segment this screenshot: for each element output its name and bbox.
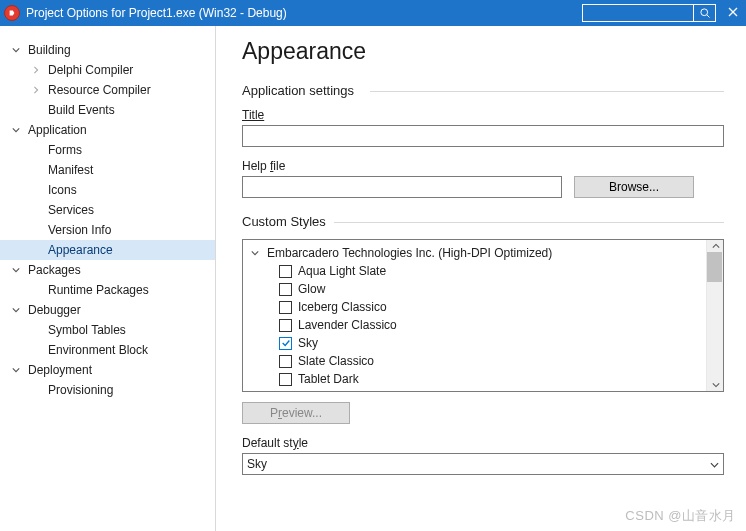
tree-node-packages[interactable]: Packages (0, 260, 215, 280)
tree-node-manifest[interactable]: Manifest (0, 160, 215, 180)
tree-node-runtime-packages[interactable]: Runtime Packages (0, 280, 215, 300)
style-item-tablet-dark[interactable]: Tablet Dark (245, 370, 721, 388)
title-search-input[interactable] (583, 5, 693, 21)
tree-label: Services (48, 200, 94, 220)
tree-label: Debugger (28, 300, 81, 320)
tree-label: Packages (28, 260, 81, 280)
chevron-down-icon (10, 304, 22, 316)
style-label: Glow (298, 282, 325, 296)
tree-node-deployment[interactable]: Deployment (0, 360, 215, 380)
default-style-select[interactable]: Sky (242, 453, 724, 475)
close-icon[interactable] (724, 6, 742, 20)
style-label: Sky (298, 336, 318, 350)
tree-node-provisioning[interactable]: Provisioning (0, 380, 215, 400)
checkbox-icon[interactable] (279, 301, 292, 314)
chevron-down-icon (10, 124, 22, 136)
tree-label: Icons (48, 180, 77, 200)
svg-point-0 (700, 9, 707, 16)
svg-line-1 (706, 15, 709, 18)
tree-node-appearance[interactable]: Appearance (0, 240, 215, 260)
helpfile-field-label: Help file (242, 159, 724, 173)
tree-label: Version Info (48, 220, 111, 240)
style-item-sky[interactable]: Sky (245, 334, 721, 352)
helpfile-input[interactable] (242, 176, 562, 198)
tree-node-environment-block[interactable]: Environment Block (0, 340, 215, 360)
tree-label: Build Events (48, 100, 115, 120)
style-item-aqua-light-slate[interactable]: Aqua Light Slate (245, 262, 721, 280)
tree-label: Forms (48, 140, 82, 160)
default-style-value: Sky (247, 457, 267, 471)
tree-label: Environment Block (48, 340, 148, 360)
style-label: Slate Classico (298, 354, 374, 368)
tree-label: Appearance (48, 240, 113, 260)
scroll-thumb[interactable] (707, 252, 722, 282)
checkbox-icon[interactable] (279, 373, 292, 386)
style-item-lavender-classico[interactable]: Lavender Classico (245, 316, 721, 334)
tree-label: Building (28, 40, 71, 60)
title-field-label: Title (242, 108, 724, 122)
window-title: Project Options for Project1.exe (Win32 … (26, 6, 287, 20)
custom-styles-list[interactable]: Embarcadero Technologies Inc. (High-DPI … (242, 239, 724, 392)
default-style-label: Default style (242, 436, 724, 450)
tree-node-version-info[interactable]: Version Info (0, 220, 215, 240)
scroll-down-icon[interactable] (707, 379, 724, 391)
tree-label: Provisioning (48, 380, 113, 400)
style-item-iceberg-classico[interactable]: Iceberg Classico (245, 298, 721, 316)
tree-node-services[interactable]: Services (0, 200, 215, 220)
tree-label: Delphi Compiler (48, 60, 133, 80)
tree-node-debugger[interactable]: Debugger (0, 300, 215, 320)
title-search-box[interactable] (582, 4, 716, 22)
section-custom-styles: Custom Styles (242, 214, 724, 229)
tree-label: Deployment (28, 360, 92, 380)
title-input[interactable] (242, 125, 724, 147)
app-icon (4, 5, 20, 21)
tree-node-icons[interactable]: Icons (0, 180, 215, 200)
styles-group-row[interactable]: Embarcadero Technologies Inc. (High-DPI … (245, 244, 721, 262)
chevron-down-icon (251, 246, 261, 260)
tree-node-build-events[interactable]: Build Events (0, 100, 215, 120)
chevron-right-icon (30, 84, 42, 96)
scrollbar[interactable] (706, 240, 723, 391)
checkbox-icon[interactable] (279, 355, 292, 368)
chevron-down-icon (710, 457, 719, 471)
checkbox-icon[interactable] (279, 265, 292, 278)
content-pane: Appearance Application settings Title He… (216, 26, 746, 531)
tree-label: Application (28, 120, 87, 140)
checkbox-icon[interactable] (279, 283, 292, 296)
tree-node-forms[interactable]: Forms (0, 140, 215, 160)
nav-tree: Building Delphi Compiler Resource Compil… (0, 26, 216, 531)
tree-node-application[interactable]: Application (0, 120, 215, 140)
checkbox-checked-icon[interactable] (279, 337, 292, 350)
tree-node-delphi-compiler[interactable]: Delphi Compiler (0, 60, 215, 80)
browse-button[interactable]: Browse... (574, 176, 694, 198)
title-bar: Project Options for Project1.exe (Win32 … (0, 0, 746, 26)
chevron-right-icon (30, 64, 42, 76)
styles-group-label: Embarcadero Technologies Inc. (High-DPI … (267, 246, 552, 260)
page-heading: Appearance (242, 38, 724, 65)
tree-label: Resource Compiler (48, 80, 151, 100)
style-label: Lavender Classico (298, 318, 397, 332)
scroll-up-icon[interactable] (707, 240, 724, 252)
style-item-glow[interactable]: Glow (245, 280, 721, 298)
chevron-down-icon (10, 264, 22, 276)
tree-label: Manifest (48, 160, 93, 180)
style-label: Tablet Dark (298, 372, 359, 386)
preview-button[interactable]: Preview... (242, 402, 350, 424)
style-label: Iceberg Classico (298, 300, 387, 314)
tree-node-symbol-tables[interactable]: Symbol Tables (0, 320, 215, 340)
chevron-down-icon (10, 364, 22, 376)
tree-node-resource-compiler[interactable]: Resource Compiler (0, 80, 215, 100)
style-item-slate-classico[interactable]: Slate Classico (245, 352, 721, 370)
tree-node-building[interactable]: Building (0, 40, 215, 60)
chevron-down-icon (10, 44, 22, 56)
search-icon[interactable] (693, 5, 715, 21)
style-label: Aqua Light Slate (298, 264, 386, 278)
checkbox-icon[interactable] (279, 319, 292, 332)
tree-label: Runtime Packages (48, 280, 149, 300)
tree-label: Symbol Tables (48, 320, 126, 340)
section-application-settings: Application settings (242, 83, 724, 98)
